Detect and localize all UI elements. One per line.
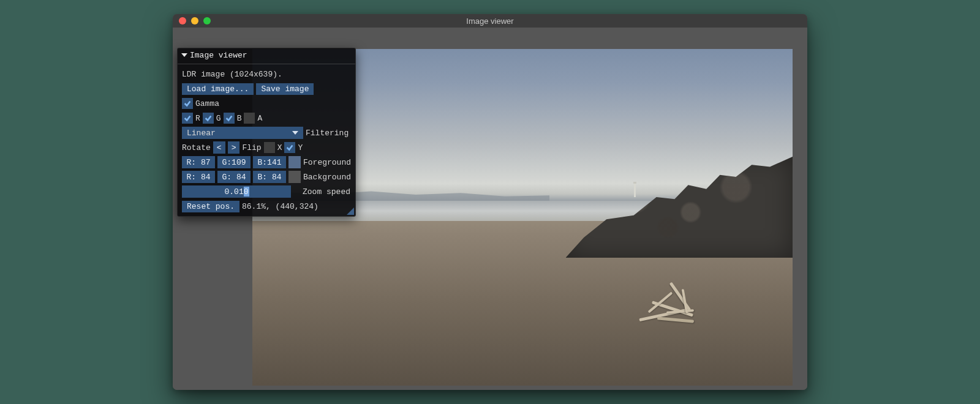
fg-g-field[interactable]: G:109 [217, 156, 251, 168]
bg-g-field[interactable]: G: 84 [217, 171, 251, 183]
content-area: Image viewer LDR image (1024x639). Load … [173, 28, 807, 390]
load-image-button[interactable]: Load image... [182, 83, 254, 95]
close-icon[interactable] [179, 17, 186, 24]
filtering-label: Filtering [306, 129, 349, 138]
panel-title-bar[interactable]: Image viewer [178, 48, 355, 62]
flip-y-checkbox[interactable] [284, 142, 295, 153]
channel-r-label: R [195, 114, 200, 123]
channel-g-checkbox[interactable] [203, 113, 214, 124]
rotate-right-button[interactable]: > [228, 141, 240, 154]
flip-label: Flip [242, 143, 261, 152]
control-panel: Image viewer LDR image (1024x639). Load … [177, 48, 356, 217]
channel-b-label: B [237, 114, 242, 123]
resize-grip[interactable] [347, 208, 354, 215]
fg-b-field[interactable]: B:141 [253, 156, 286, 168]
check-icon [183, 99, 192, 108]
rotate-label: Rotate [182, 143, 211, 152]
zoom-status: 86.1%, (440,324) [242, 202, 318, 211]
flip-x-checkbox[interactable] [264, 142, 275, 153]
channel-a-label: A [257, 114, 262, 123]
fg-swatch[interactable] [288, 156, 301, 168]
channel-g-label: G [216, 114, 221, 123]
bg-label: Background [303, 173, 351, 182]
flip-y-label: Y [298, 143, 303, 152]
check-icon [204, 114, 213, 122]
fg-label: Foreground [303, 158, 351, 167]
filtering-value: Linear [187, 129, 216, 138]
titlebar: Image viewer [173, 14, 807, 28]
zoom-speed-field[interactable]: 0.010 [182, 185, 291, 198]
reset-pos-button[interactable]: Reset pos. [182, 201, 239, 212]
flip-x-label: X [277, 143, 282, 152]
filtering-combo[interactable]: Linear [182, 127, 303, 139]
check-icon [183, 114, 192, 122]
channel-a-checkbox[interactable] [244, 113, 255, 124]
gamma-label: Gamma [195, 99, 219, 108]
panel-title: Image viewer [190, 51, 247, 60]
bg-r-field[interactable]: R: 84 [182, 171, 215, 183]
zoom-icon[interactable] [203, 17, 211, 24]
window-title: Image viewer [173, 17, 807, 26]
bg-b-field[interactable]: B: 84 [253, 171, 286, 183]
rotate-left-button[interactable]: < [213, 141, 225, 154]
zoom-speed-value: 0.010 [182, 185, 291, 198]
gamma-checkbox[interactable] [182, 98, 193, 109]
fg-r-field[interactable]: R: 87 [182, 156, 215, 168]
minimize-icon[interactable] [191, 17, 198, 24]
image-info: LDR image (1024x639). [182, 70, 282, 79]
check-icon [225, 114, 233, 122]
bg-swatch[interactable] [288, 171, 301, 183]
save-image-button[interactable]: Save image [256, 83, 314, 95]
channel-r-checkbox[interactable] [182, 113, 193, 124]
app-window: Image viewer Image viewer [173, 14, 807, 390]
channel-b-checkbox[interactable] [224, 113, 235, 124]
collapse-arrow-icon [181, 53, 187, 57]
check-icon [285, 143, 294, 152]
chevron-down-icon [292, 131, 298, 135]
zoom-speed-label: Zoom speed [303, 187, 350, 196]
